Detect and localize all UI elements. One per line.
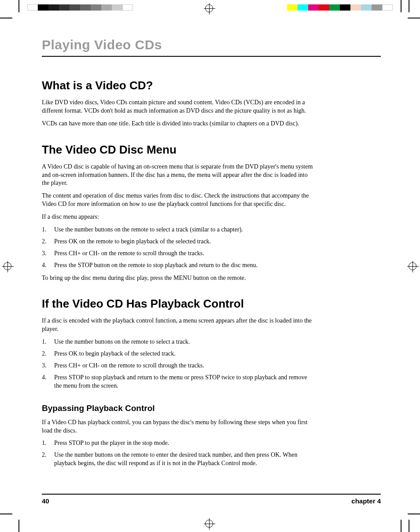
page-footer: 40 chapter 4 [42,494,381,505]
list-item: Press the STOP button on the remote to s… [42,261,315,270]
heading-what-is-vcd: What is a Video CD? [42,79,315,92]
heading-disc-menu: The Video CD Disc Menu [42,143,315,157]
registration-mark-icon [4,262,11,270]
body-text: To bring up the disc menu during disc pl… [42,274,315,283]
list-item: Use the number buttons on the remote to … [42,338,315,346]
heading-bypassing: Bypassing Playback Control [42,404,315,413]
list-item: Use the number buttons on the remote to … [42,451,315,468]
registration-mark-icon [205,520,213,528]
color-bar-left [27,4,133,11]
crop-mark [18,0,19,12]
list-item: Press OK on the remote to begin playback… [42,238,315,246]
crop-mark [0,18,12,18]
crop-mark [408,514,420,514]
crop-mark [401,520,402,532]
body-text: The content and operation of disc menus … [42,192,315,209]
list-item: Press CH+ or CH- on the remote to scroll… [42,249,315,258]
ordered-list: Press STOP to put the player in the stop… [42,439,315,468]
crop-mark [401,0,402,12]
crop-mark [0,514,12,514]
body-text: VCDs can have more than one title. Each … [42,120,315,128]
page-number: 40 [42,497,49,505]
body-text: If a disc is encoded with the playback c… [42,317,315,334]
heading-playback-control: If the Video CD Has Playback Control [42,297,315,311]
color-bar-right [287,4,393,11]
chapter-label: chapter 4 [351,497,381,505]
chapter-title: Playing Video CDs [42,37,381,52]
body-text: A Video CD disc is capable of having an … [42,163,315,188]
registration-mark-icon [205,4,213,12]
crop-mark [408,18,420,18]
list-item: Press OK to begin playback of the select… [42,350,315,358]
body-text: If a Video CD has playback control, you … [42,418,315,435]
page-content: Playing Video CDs What is a Video CD? Li… [42,37,381,472]
registration-mark-icon [409,262,416,270]
ordered-list: Use the number buttons on the remote to … [42,226,315,270]
footer-rule [42,494,381,495]
ordered-list: Use the number buttons on the remote to … [42,338,315,390]
crop-mark [18,520,19,532]
crop-mark [409,0,409,12]
crop-mark [409,520,409,532]
body-text: If a disc menu appears: [42,213,315,221]
list-item: Press STOP to put the player in the stop… [42,439,315,448]
list-item: Use the number buttons on the remote to … [42,226,315,234]
list-item: Press CH+ or CH- on the remote to scroll… [42,362,315,370]
body-text: Like DVD video discs, Video CDs contain … [42,99,315,115]
list-item: Press STOP to stop playback and return t… [42,374,315,390]
title-rule [42,56,381,57]
